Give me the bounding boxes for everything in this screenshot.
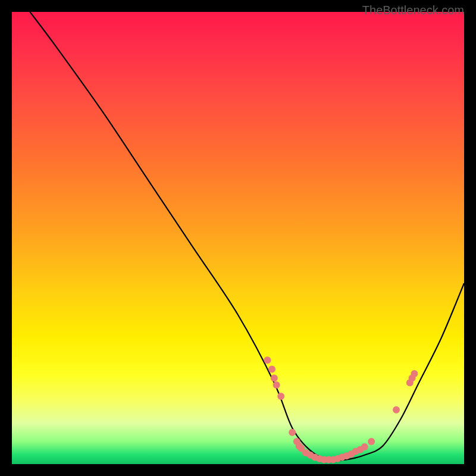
watermark-text: TheBottleneck.com xyxy=(362,4,464,17)
chart-svg xyxy=(12,12,464,464)
highlight-dots-group xyxy=(264,356,418,463)
highlight-dot xyxy=(411,370,418,377)
highlight-dot xyxy=(368,438,375,445)
highlight-dot xyxy=(289,429,296,436)
highlight-dot xyxy=(264,356,271,364)
highlight-dot xyxy=(273,381,280,389)
highlight-dot xyxy=(268,365,275,372)
highlight-dot xyxy=(277,393,284,400)
highlight-dot xyxy=(361,443,368,450)
highlight-dot xyxy=(271,375,278,382)
highlight-dot xyxy=(393,406,400,414)
plot-area xyxy=(12,12,464,464)
bottleneck-curve-line xyxy=(30,12,464,461)
